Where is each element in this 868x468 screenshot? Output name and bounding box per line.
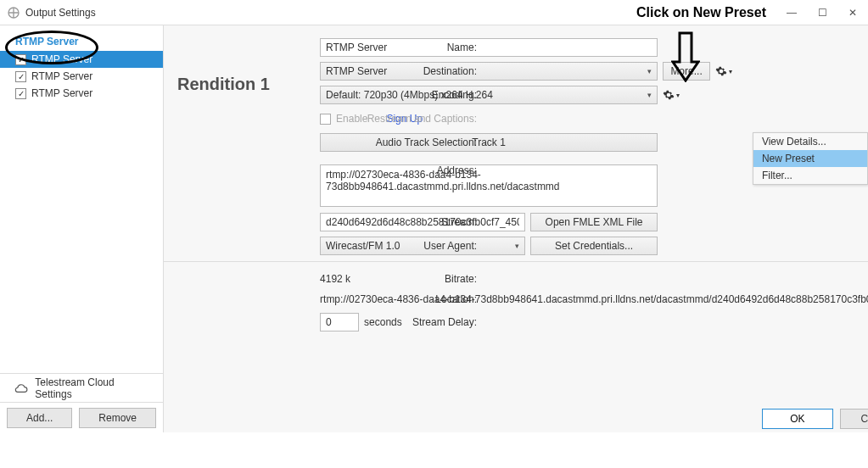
- more-button[interactable]: More...: [663, 62, 710, 81]
- sidebar-item-rtmp-2[interactable]: ✓ RTMP Server: [0, 85, 163, 102]
- sidebar: RTMP Server ✓ RTMP Server ✓ RTMP Server …: [0, 25, 164, 432]
- bitrate-label: Bitrate:: [320, 273, 485, 285]
- menu-item-view-details[interactable]: View Details...: [753, 133, 867, 150]
- menu-item-filter[interactable]: Filter...: [753, 167, 867, 184]
- rendition-title: Rendition 1: [177, 75, 270, 94]
- window-title: Output Settings: [25, 7, 96, 19]
- menu-item-new-preset[interactable]: New Preset: [753, 150, 867, 167]
- minimize-button[interactable]: —: [776, 0, 807, 25]
- sidebar-item-label: RTMP Server: [31, 53, 92, 65]
- ok-button[interactable]: OK: [762, 409, 832, 429]
- add-button[interactable]: Add...: [7, 408, 72, 428]
- sidebar-buttons: Add... Remove: [0, 402, 163, 432]
- gear-icon: [715, 65, 727, 77]
- destination-gear-button[interactable]: ▾: [715, 65, 732, 77]
- location-label: Location:: [320, 293, 485, 305]
- separator: [164, 261, 868, 262]
- encoding-gear-button[interactable]: ▾: [663, 89, 680, 101]
- remove-button[interactable]: Remove: [79, 408, 156, 428]
- gear-icon: [663, 89, 675, 101]
- sidebar-item-rtmp-0[interactable]: ✓ RTMP Server: [0, 51, 163, 68]
- sidebar-item-rtmp-1[interactable]: ✓ RTMP Server: [0, 68, 163, 85]
- instruction-text: Click on New Preset: [636, 5, 766, 20]
- name-label: Name:: [320, 42, 485, 53]
- encoding-label: Encoding:: [320, 89, 485, 101]
- window-controls: — ☐ ✕: [776, 0, 868, 25]
- close-button[interactable]: ✕: [837, 0, 868, 25]
- cloud-settings-button[interactable]: Telestream Cloud Settings: [0, 373, 163, 402]
- chevron-down-icon: ▾: [515, 242, 519, 250]
- chevron-down-icon: ▾: [647, 91, 652, 99]
- set-credentials-button[interactable]: Set Credentials...: [530, 237, 658, 255]
- mini-caret-icon: ▾: [676, 92, 680, 99]
- main-area: RTMP Server ✓ RTMP Server ✓ RTMP Server …: [0, 25, 868, 432]
- title-bar: Output Settings Click on New Preset — ☐ …: [0, 0, 868, 25]
- address-label: Address:: [320, 164, 485, 176]
- sidebar-item-label: RTMP Server: [31, 70, 92, 82]
- sidebar-list: RTMP Server ✓ RTMP Server ✓ RTMP Server …: [0, 25, 163, 373]
- maximize-button[interactable]: ☐: [807, 0, 837, 25]
- restream-label: Restream and Captions:: [320, 113, 485, 125]
- sidebar-group-label: RTMP Server: [0, 36, 163, 51]
- checkbox-icon[interactable]: ✓: [15, 88, 26, 99]
- checkbox-icon[interactable]: ✓: [15, 54, 26, 65]
- content-panel: Rendition 1 Name: Destination: RTMP Serv…: [164, 25, 868, 432]
- cancel-button[interactable]: Cancel: [840, 409, 868, 429]
- open-fmle-button[interactable]: Open FMLE XML File: [530, 213, 658, 231]
- cloud-icon: [14, 382, 28, 394]
- checkbox-icon[interactable]: ✓: [15, 71, 26, 82]
- sidebar-item-label: RTMP Server: [31, 87, 92, 99]
- mini-caret-icon: ▾: [729, 68, 732, 75]
- chevron-down-icon: ▾: [647, 67, 652, 75]
- gear-dropdown-menu: View Details... New Preset Filter...: [753, 132, 868, 185]
- app-icon: [7, 6, 20, 20]
- user-agent-label: User Agent:: [320, 240, 485, 252]
- audio-track-label: Audio Track Selection:: [320, 136, 485, 148]
- cloud-settings-label: Telestream Cloud Settings: [35, 376, 149, 400]
- destination-label: Destination:: [320, 65, 485, 77]
- dialog-footer: OK Cancel: [762, 409, 868, 429]
- stream-delay-label: Stream Delay:: [320, 316, 485, 328]
- stream-label: Stream:: [320, 216, 485, 228]
